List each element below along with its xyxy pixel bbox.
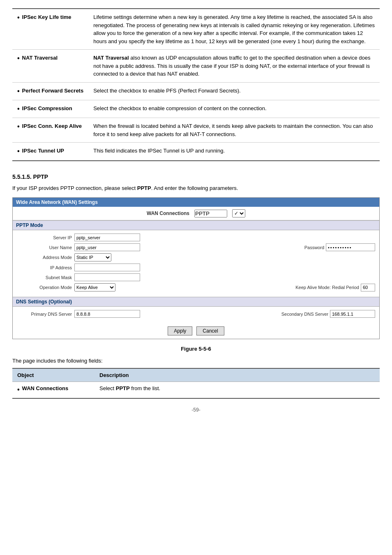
table-row: IPSec Compression Select the checkbox to…: [12, 100, 380, 118]
keep-alive-label: Keep Alive Mode: Redial Period: [295, 285, 359, 290]
bullet-label-nat: NAT Traversal: [17, 54, 83, 63]
para-text: If your ISP provides PPTP connection, pl…: [12, 185, 238, 191]
operation-mode-left: Operation Mode Keep Alive On Demand: [17, 283, 295, 291]
address-mode-row: Address Mode Static IP Dynamic IP: [17, 253, 375, 261]
table-row: NAT Traversal NAT Traversal also known a…: [12, 50, 380, 83]
address-mode-left: Address Mode Static IP Dynamic IP: [17, 253, 375, 261]
ip-address-input[interactable]: [74, 264, 140, 271]
address-mode-label: Address Mode: [17, 255, 74, 260]
dns-form: Primary DNS Server Secondary DNS Server: [13, 307, 379, 323]
fields-table: Object Description WAN Connections Selec…: [12, 368, 380, 398]
desc-text: Select the checkbox to enable PFS (Perfe…: [93, 88, 240, 94]
cancel-button[interactable]: Cancel: [196, 326, 224, 335]
table-row: IPSec Key Life time Lifetime settings de…: [12, 9, 380, 50]
label-text: NAT Traversal: [22, 54, 58, 62]
password-label: Password: [304, 245, 324, 250]
subnet-mask-input[interactable]: [74, 273, 140, 281]
label-text: IPSec Tunnel UP: [22, 147, 64, 155]
secondary-dns-label: Secondary DNS Server: [281, 312, 328, 317]
bullet-label-compression: IPSec Compression: [17, 104, 83, 113]
field-object: WAN Connections: [12, 382, 95, 398]
desc-bold: NAT Traversal: [93, 55, 129, 61]
pptp-form: Server IP User Name Password Address Mod…: [13, 230, 379, 297]
row-label: NAT Traversal: [12, 50, 88, 83]
bullet-label-keepalive: IPSec Conn. Keep Alive: [17, 122, 83, 131]
wan-connections-input[interactable]: [194, 210, 227, 217]
password-right: Password: [304, 243, 375, 251]
dns-row: Primary DNS Server Secondary DNS Server: [17, 310, 375, 318]
dns-settings-header: DNS Settings (Optional): [13, 297, 379, 307]
keep-alive-input[interactable]: [361, 284, 375, 291]
operation-mode-label: Operation Mode: [17, 285, 74, 290]
password-input[interactable]: [326, 243, 375, 251]
label-text: IPSec Key Life time: [22, 13, 71, 21]
field-description: Select PPTP from the list.: [95, 382, 380, 398]
address-mode-select[interactable]: Static IP Dynamic IP: [74, 253, 111, 261]
subnet-mask-row: Subnet Mask: [17, 273, 375, 281]
wan-settings-box: Wide Area Network (WAN) Settings WAN Con…: [12, 197, 380, 339]
bullet-label-ipsec-key: IPSec Key Life time: [17, 13, 83, 22]
server-ip-row: Server IP: [17, 234, 375, 241]
wan-box-title: Wide Area Network (WAN) Settings: [13, 198, 379, 207]
primary-dns-left: Primary DNS Server: [17, 310, 281, 318]
section-paragraph: If your ISP provides PPTP connection, pl…: [12, 184, 380, 193]
primary-dns-input[interactable]: [74, 310, 140, 318]
table-row: Perfect Forward Secrets Select the check…: [12, 82, 380, 100]
row-desc: Select the checkbox to enable PFS (Perfe…: [88, 82, 380, 100]
table-row: IPSec Conn. Keep Alive When the firewall…: [12, 118, 380, 143]
desc-text: Lifetime settings determine when a new k…: [93, 14, 375, 44]
heading-text: 5.5.1.5. PPTP: [12, 173, 48, 180]
col-header-description: Description: [95, 368, 380, 382]
username-password-row: User Name Password: [17, 243, 375, 251]
user-name-input[interactable]: [74, 243, 140, 251]
subnet-mask-left: Subnet Mask: [17, 273, 375, 281]
ip-address-row: IP Address: [17, 264, 375, 271]
wan-connections-label: WAN Connections: [147, 210, 192, 216]
keep-alive-right: Keep Alive Mode: Redial Period: [295, 284, 375, 291]
page-number: -59-: [12, 407, 380, 413]
desc-text: also known as UDP encapsulation allows t…: [93, 55, 370, 77]
table-row: IPSec Tunnel UP This field indicates the…: [12, 143, 380, 161]
apply-cancel-row: Apply Cancel: [13, 323, 379, 339]
wan-connections-row: WAN Connections ✓: [13, 207, 379, 220]
row-label: IPSec Compression: [12, 100, 88, 118]
server-ip-input[interactable]: [74, 234, 140, 241]
secondary-dns-right: Secondary DNS Server: [281, 310, 375, 318]
wan-connections-select[interactable]: ✓: [232, 209, 245, 217]
pptp-mode-header: PPTP Mode: [13, 220, 379, 230]
operation-mode-row: Operation Mode Keep Alive On Demand Keep…: [17, 283, 375, 291]
label-text: Perfect Forward Secrets: [22, 87, 84, 95]
subnet-mask-label: Subnet Mask: [17, 275, 74, 280]
row-label: IPSec Key Life time: [12, 9, 88, 50]
row-label: IPSec Tunnel UP: [12, 143, 88, 161]
row-label: Perfect Forward Secrets: [12, 82, 88, 100]
row-desc: Lifetime settings determine when a new k…: [88, 9, 380, 50]
bullet-label-pfs: Perfect Forward Secrets: [17, 87, 83, 96]
table-row: WAN Connections Select PPTP from the lis…: [12, 382, 380, 398]
ip-address-label: IP Address: [17, 265, 74, 270]
desc-text: Select the checkbox to enable compressio…: [93, 105, 266, 111]
user-name-label: User Name: [17, 245, 74, 250]
field-object-text: WAN Connections: [22, 385, 69, 391]
row-label: IPSec Conn. Keep Alive: [12, 118, 88, 143]
username-left: User Name: [17, 243, 304, 251]
desc-suffix: from the list.: [130, 385, 160, 391]
info-table: IPSec Key Life time Lifetime settings de…: [12, 8, 380, 161]
bullet-wan: WAN Connections: [17, 385, 90, 394]
primary-dns-label: Primary DNS Server: [17, 312, 74, 317]
operation-mode-select[interactable]: Keep Alive On Demand: [74, 283, 115, 291]
apply-button[interactable]: Apply: [168, 326, 192, 335]
ip-address-left: IP Address: [17, 264, 375, 271]
bullet-label-tunnel-up: IPSec Tunnel UP: [17, 147, 83, 156]
fields-intro: The page includes the following fields:: [12, 358, 380, 364]
row-desc: This field indicates the IPSec Tunnel is…: [88, 143, 380, 161]
server-ip-left: Server IP: [17, 234, 375, 241]
figure-caption: Figure 5-5-6: [12, 346, 380, 352]
row-desc: Select the checkbox to enable compressio…: [88, 100, 380, 118]
row-desc: NAT Traversal also known as UDP encapsul…: [88, 50, 380, 83]
secondary-dns-input[interactable]: [330, 310, 375, 318]
desc-bold: PPTP: [116, 385, 130, 391]
section-heading: 5.5.1.5. PPTP: [12, 173, 380, 180]
fields-table-header-row: Object Description: [12, 368, 380, 382]
row-desc: When the firewall is located behind a NA…: [88, 118, 380, 143]
